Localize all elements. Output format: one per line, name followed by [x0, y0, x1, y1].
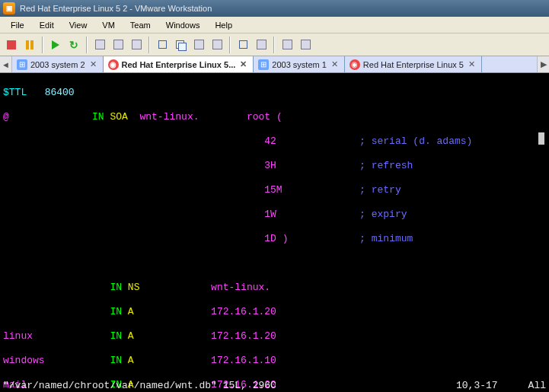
zone-serial-line: 42 ; serial (d. adams) [3, 135, 546, 148]
tab-2003-system-2[interactable]: ⊞ 2003 system 2 ✕ [12, 56, 104, 72]
menu-windows[interactable]: Windows [160, 19, 206, 31]
tab-label: Red Hat Enterprise Linux 5 [363, 60, 464, 69]
vim-file-info: "/var/named/chroot/var/named/wnt.db" 15L… [3, 380, 276, 392]
revert-button[interactable] [110, 37, 126, 53]
pause-button[interactable] [21, 37, 38, 53]
zone-expiry-line: 1W ; expiry [3, 209, 546, 221]
terminal-vim-editor[interactable]: $TTL 86400 @ IN SOA wnt-linux. root ( 42… [0, 73, 549, 392]
toolbar-separator [229, 37, 231, 53]
terminal-scroll-indicator [538, 132, 544, 145]
vmware-app-icon: ▣ [3, 2, 15, 14]
zone-record-linux: linux IN A 172.16.1.20 [3, 330, 546, 343]
windows-icon: ⊞ [17, 59, 27, 70]
menu-team[interactable]: Team [124, 19, 157, 31]
tab-close-button[interactable]: ✕ [330, 59, 340, 69]
vm-tabs: ◄ ⊞ 2003 system 2 ✕ ◉ Red Hat Enterprise… [0, 56, 549, 73]
multi-monitor-button[interactable] [172, 37, 189, 53]
capture-input-button[interactable] [279, 37, 295, 53]
vim-status-line: "/var/named/chroot/var/named/wnt.db" 15L… [0, 380, 549, 392]
redhat-icon: ◉ [108, 59, 119, 70]
menu-view[interactable]: View [63, 19, 94, 31]
menu-edit[interactable]: Edit [34, 19, 60, 31]
reset-button[interactable]: ↻ [65, 37, 82, 53]
vim-cursor-position: 10,3-17 [456, 380, 498, 392]
toolbar: ↻ [0, 33, 549, 56]
menu-vm[interactable]: VM [96, 19, 121, 31]
unity-button[interactable] [253, 37, 270, 53]
cascade-button[interactable] [209, 37, 225, 53]
tab-2003-system-1[interactable]: ⊞ 2003 system 1 ✕ [254, 56, 345, 72]
tab-close-button[interactable]: ✕ [467, 59, 477, 69]
power-off-button[interactable] [3, 37, 20, 53]
menu-file[interactable]: File [5, 19, 30, 31]
zone-retry-line: 15M ; retry [3, 184, 546, 196]
windows-icon: ⊞ [258, 59, 269, 70]
zone-soa-line: @ IN SOA wnt-linux. root ( [3, 111, 546, 123]
fullscreen-button[interactable] [235, 37, 251, 53]
ttl-value: 86400 [27, 87, 74, 98]
tab-scroll-right[interactable]: ▶ [537, 56, 549, 72]
toolbar-separator [86, 37, 88, 53]
zone-record-windows: windows IN A 172.16.1.10 [3, 355, 546, 367]
toolbar-separator [273, 37, 275, 53]
tab-label: 2003 system 2 [30, 60, 85, 69]
tab-scroll-left[interactable]: ◄ [0, 56, 12, 72]
zone-record-a: IN A 172.16.1.20 [3, 306, 546, 318]
tab-label: Red Hat Enterprise Linux 5... [122, 60, 236, 69]
zone-ttl-line: $TTL 86400 [3, 87, 546, 99]
zone-minimum-line: 1D ) ; minimum [3, 233, 546, 245]
vim-scroll-percent: All [528, 380, 546, 392]
toolbar-separator [148, 37, 150, 53]
tab-close-button[interactable]: ✕ [88, 59, 98, 69]
show-console-button[interactable] [154, 37, 171, 53]
toolbar-separator [42, 37, 43, 53]
menu-help[interactable]: Help [209, 19, 238, 31]
snapshot-manager-button[interactable] [128, 37, 145, 53]
zone-record-ns: IN NS wnt-linux. [3, 282, 546, 294]
tab-rhel-5[interactable]: ◉ Red Hat Enterprise Linux 5 ✕ [345, 56, 482, 72]
window-titlebar: ▣ Red Hat Enterprise Linux 5 2 - VMware … [0, 0, 549, 17]
snapshot-button[interactable] [91, 37, 108, 53]
tile-button[interactable] [190, 37, 207, 53]
menu-bar: File Edit View VM Team Windows Help [0, 17, 549, 33]
tab-label: 2003 system 1 [272, 60, 327, 69]
tab-close-button[interactable]: ✕ [238, 59, 248, 69]
summary-button[interactable] [297, 37, 314, 53]
zone-refresh-line: 3H ; refresh [3, 160, 546, 172]
tab-rhel-5-active[interactable]: ◉ Red Hat Enterprise Linux 5... ✕ [104, 56, 254, 72]
window-title: Red Hat Enterprise Linux 5 2 - VMware Wo… [20, 4, 212, 13]
play-button[interactable] [47, 37, 64, 53]
redhat-icon: ◉ [350, 59, 360, 70]
